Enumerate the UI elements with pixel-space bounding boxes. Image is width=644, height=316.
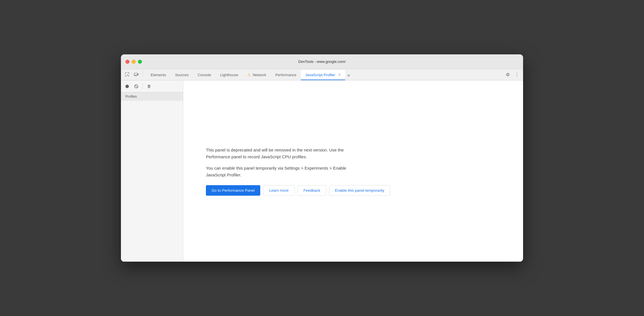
action-buttons: Go to Performance Panel Learn more Feedb… [206,185,427,196]
enable-temporarily-button[interactable]: Enable this panel temporarily [329,185,390,196]
tab-close-icon[interactable]: ✕ [338,73,341,77]
goto-performance-button[interactable]: Go to Performance Panel [206,185,260,196]
deprecation-paragraph-1: This panel is deprecated and will be rem… [206,147,427,160]
more-tabs-icon[interactable]: » [345,73,352,80]
learn-more-button[interactable]: Learn more [263,185,295,196]
tab-bar: Elements Sources Console Lighthouse ⚠ Ne… [121,69,523,80]
stop-icon[interactable] [132,82,140,90]
tab-console[interactable]: Console [193,70,216,80]
tabs-container: Elements Sources Console Lighthouse ⚠ Ne… [146,69,504,80]
tab-lighthouse[interactable]: Lighthouse [216,70,243,80]
deprecation-paragraph-2: You can enable this panel temporarily vi… [206,165,427,178]
delete-icon[interactable] [145,82,153,90]
record-icon[interactable] [123,82,131,90]
main-area: Profiles This panel is deprecated and wi… [121,80,523,262]
svg-rect-13 [148,86,150,88]
maximize-button[interactable] [138,60,142,64]
svg-point-10 [125,85,129,88]
deprecation-text-block: This panel is deprecated and will be rem… [206,147,427,178]
svg-rect-5 [125,75,125,76]
svg-rect-1 [125,72,125,74]
warning-icon: ⚠ [247,72,251,77]
toolbar-right: ⚙ ⋮ [504,71,521,80]
tab-js-profiler[interactable]: JavaScript Profiler ✕ [301,70,345,80]
toolbar-separator [142,71,143,76]
traffic-lights [125,60,142,64]
tab-elements[interactable]: Elements [146,70,170,80]
window-title: DevTools - www.google.com/ [298,59,346,64]
tab-network[interactable]: ⚠ Network [243,70,271,80]
profiles-label: Profiles [121,92,183,101]
svg-line-12 [135,85,137,87]
more-menu-icon[interactable]: ⋮ [513,71,521,78]
svg-rect-3 [129,72,129,74]
content-panel: This panel is deprecated and will be rem… [183,80,523,262]
minimize-button[interactable] [132,60,136,64]
settings-icon[interactable]: ⚙ [504,71,512,78]
device-icon[interactable] [132,71,140,78]
close-button[interactable] [125,60,129,64]
title-bar: DevTools - www.google.com/ [121,54,523,69]
toolbar-left [123,71,144,80]
tab-performance[interactable]: Performance [271,70,301,80]
sidebar-toolbar [121,80,183,92]
feedback-button[interactable]: Feedback [297,185,326,196]
deprecation-message: This panel is deprecated and will be rem… [206,147,427,196]
sidebar-separator [142,84,143,89]
svg-rect-7 [138,74,138,75]
sidebar: Profiles [121,80,183,262]
svg-rect-6 [134,73,137,76]
tab-sources[interactable]: Sources [170,70,193,80]
inspect-icon[interactable] [123,71,131,78]
devtools-window: DevTools - www.google.com/ [121,54,523,262]
